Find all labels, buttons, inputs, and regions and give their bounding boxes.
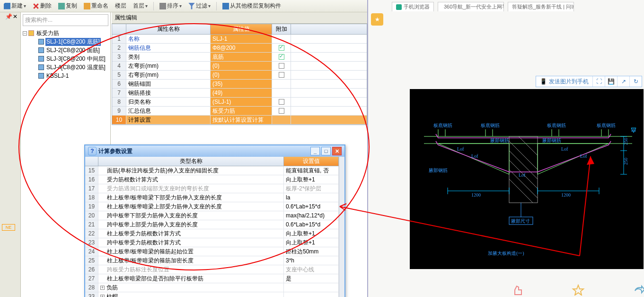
filter-icon: [188, 3, 195, 9]
calc-param-row[interactable]: 19柱上板带/板带暗梁上部受力筋伸入支座的长度0.6*Lab+15*d: [85, 202, 339, 211]
property-row[interactable]: 5右弯折(mm)(0): [112, 71, 367, 80]
calc-param-row[interactable]: 27柱上板带暗梁部位是否扣除平行板带筋是: [85, 274, 339, 283]
property-panel-title: 属性编辑: [112, 12, 367, 24]
tree-root[interactable]: 板受力筋: [35, 29, 60, 37]
svg-text:腋部钢筋: 腋部钢筋: [490, 138, 509, 143]
dialog-close-button[interactable]: ✕: [332, 147, 342, 155]
calc-param-row[interactable]: 23跨中板带受力筋根数计算方式向上取整+1: [85, 238, 339, 247]
property-row[interactable]: 7钢筋搭接(49): [112, 89, 367, 98]
calc-param-row[interactable]: 17受力筋遇洞口或端部无支座时的弯折长度板厚-2*保护层: [85, 184, 339, 193]
dialog-help-icon[interactable]: ?: [88, 147, 97, 155]
dialog-min-button[interactable]: _: [310, 147, 320, 155]
checkbox-icon[interactable]: [279, 99, 284, 105]
tb-copy-other-floor[interactable]: 从其他楼层复制构件: [221, 2, 283, 10]
dialog-max-button[interactable]: □: [321, 147, 331, 155]
checkbox-icon[interactable]: [279, 72, 284, 78]
svg-text:Hi: Hi: [631, 127, 636, 133]
svg-text:250: 250: [623, 158, 628, 165]
share-outline-icon[interactable]: [632, 284, 644, 296]
separator: [216, 2, 217, 10]
tb-delete[interactable]: 删除: [31, 2, 53, 10]
calc-param-row[interactable]: 16受力筋根数计算方式向上取整+1: [85, 175, 339, 184]
checkbox-icon[interactable]: [279, 108, 284, 114]
prop-head-value: 属性值: [211, 24, 272, 34]
calc-param-row[interactable]: 26跨板受力筋标注长度位置支座中心线: [85, 265, 339, 274]
svg-rect-0: [410, 89, 644, 269]
svg-text:Lof: Lof: [561, 146, 568, 152]
tb-sort[interactable]: 排序▾: [158, 2, 184, 10]
send-to-phone-button[interactable]: 📱发送图片到手机: [536, 78, 592, 86]
property-row[interactable]: 9汇总信息板受力筋: [112, 107, 367, 116]
expand-icon[interactable]: ⛶: [592, 76, 605, 87]
property-row[interactable]: 3类别底筋: [112, 53, 367, 62]
tb-floor-select[interactable]: 首层▾: [131, 2, 150, 10]
calc-param-row[interactable]: 24柱上板带/板带暗梁的箍筋起始位置距柱边50mm: [85, 247, 339, 256]
delete-icon: [31, 1, 41, 11]
calc-param-row[interactable]: 20跨中板带下部受力筋伸入支座的长度max(ha/2,12*d): [85, 211, 339, 220]
property-row[interactable]: 10计算设置按默认计算设置计算: [112, 116, 367, 125]
tree-collapse-icon[interactable]: −: [23, 31, 27, 36]
favorite-star-icon[interactable]: ★: [371, 13, 383, 26]
calc-param-row[interactable]: 25柱上板带/板带暗梁的箍筋加密长度3*h: [85, 256, 339, 265]
dialog-scrollbar[interactable]: [339, 157, 344, 297]
tb-filter[interactable]: 过滤▾: [186, 2, 212, 10]
svg-text:1200: 1200: [561, 192, 571, 198]
chevron-down-icon: ▾: [179, 3, 182, 9]
property-row[interactable]: 4左弯折(mm)(0): [112, 62, 367, 71]
tree-item[interactable]: SLJ-3[C8@200 中间层]: [23, 54, 108, 63]
tree-item[interactable]: SLJ-1[C8@200 底筋]: [23, 37, 108, 46]
sort-icon: [159, 3, 166, 9]
tree-item[interactable]: SLJ-2[C8@200 面筋]: [23, 46, 108, 54]
calc-param-row[interactable]: 21跨中板带上部受力筋伸入支座的长度0.6*Lab+15*d: [85, 220, 339, 229]
tb-rename[interactable]: 重命名: [82, 2, 110, 10]
panel-pin-icon[interactable]: 📌: [5, 13, 11, 19]
tb-new[interactable]: 新建▾: [2, 2, 28, 10]
dlg-head-name: 类型名称: [98, 157, 284, 166]
checkbox-icon[interactable]: [279, 63, 284, 69]
chevron-down-icon: ▾: [208, 3, 211, 9]
separator: [153, 2, 154, 10]
share-icon[interactable]: ↗: [617, 76, 629, 87]
property-row[interactable]: 1名称SLJ-1: [112, 35, 367, 44]
save-icon[interactable]: 💾: [605, 76, 617, 87]
expand-icon[interactable]: +: [100, 295, 105, 297]
calc-param-row[interactable]: 33+柱帽: [85, 292, 339, 297]
calc-param-row[interactable]: 22柱上板带受力筋根数计算方式向上取整+1: [85, 229, 339, 238]
browser-tab[interactable]: 360导航_新一代安全上网导航✕: [438, 2, 504, 11]
rotate-icon[interactable]: ↻: [629, 76, 642, 87]
checkbox-icon[interactable]: [279, 54, 284, 60]
copy-icon: [58, 3, 65, 9]
component-icon: [38, 56, 44, 62]
dlg-head-index: [85, 157, 98, 166]
component-icon: [38, 47, 44, 53]
cad-drawing: Lof Lof Lof Lof Lof 板底钢筋 板底钢筋 板底钢筋 板底钢筋 …: [410, 89, 644, 269]
svg-text:板底钢筋: 板底钢筋: [547, 123, 566, 128]
tree-item[interactable]: SLJ-4[C8@200 温度筋]: [23, 63, 108, 72]
search-input[interactable]: 搜索构件...: [23, 14, 108, 26]
expand-icon[interactable]: +: [100, 286, 105, 290]
folder-icon: [28, 30, 34, 36]
calc-param-row[interactable]: 18柱上板带/板带暗梁下部受力筋伸入支座的长度la: [85, 193, 339, 202]
panel-close-icon[interactable]: ✕: [13, 13, 18, 19]
thumbs-up-icon[interactable]: [511, 284, 524, 296]
tree-item[interactable]: KBSLJ-1: [23, 72, 108, 80]
browser-tab[interactable]: 答疑解惑_服务新干线 | 问城: [508, 2, 574, 11]
checkbox-icon[interactable]: [279, 45, 284, 51]
calc-param-row[interactable]: 15面筋(单标注跨板受力筋)伸入支座的锚固长度能直锚就直锚, 否: [85, 166, 339, 175]
calc-param-row[interactable]: 28+负筋: [85, 283, 339, 292]
chevron-down-icon: ▾: [145, 3, 148, 9]
rename-icon: [84, 3, 90, 9]
property-row[interactable]: 6钢筋锚固(35): [112, 80, 367, 89]
left-gutter: 📌 ✕ NE: [0, 12, 21, 297]
tb-copy[interactable]: 复制: [56, 2, 79, 10]
property-row[interactable]: 2钢筋信息Φ8@200: [112, 44, 367, 53]
svg-text:250: 250: [623, 138, 628, 145]
property-row[interactable]: 8归类名称(SLJ-1): [112, 98, 367, 107]
component-icon: [38, 73, 44, 79]
tb-floor-label: 楼层: [113, 2, 128, 10]
browser-tab[interactable]: 手机浏览器: [392, 2, 434, 11]
prop-head-name: 属性名称: [126, 24, 211, 34]
star-outline-icon[interactable]: [572, 284, 585, 296]
chevron-down-icon: ▾: [24, 3, 26, 9]
calc-param-dialog: ? 计算参数设置 _ □ ✕ 类型名称 设置值 15面筋(单标注跨板受力筋)伸入…: [84, 144, 345, 297]
